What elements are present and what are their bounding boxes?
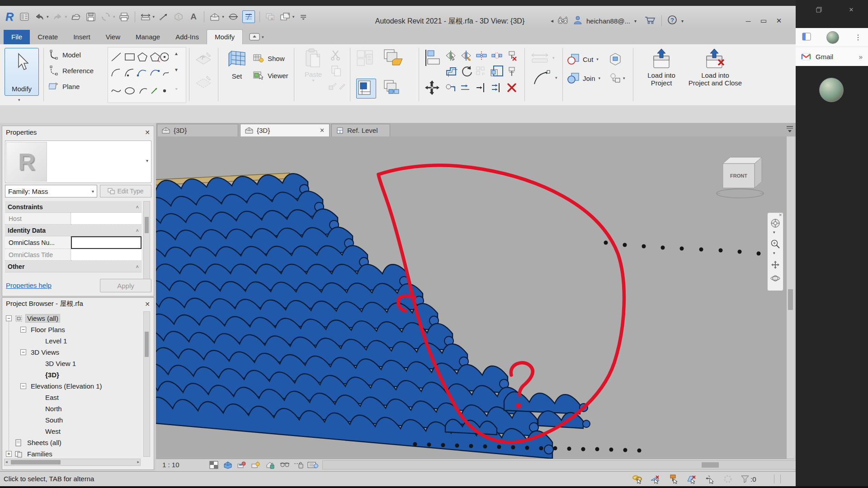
project-browser-close-icon[interactable]: ✕ <box>145 300 150 308</box>
join-unjoin-icon[interactable] <box>383 80 404 99</box>
viewcube[interactable]: FRONT <box>717 157 764 198</box>
measure-tool-button[interactable]: ▾ <box>530 52 555 64</box>
viewport-vscrollbar[interactable] <box>786 136 794 459</box>
expand-shortcuts-icon[interactable]: » <box>859 53 863 61</box>
select-links-icon[interactable] <box>632 474 643 484</box>
ribbon-display-dropdown-icon[interactable]: ▾ <box>262 35 264 39</box>
pin-icon[interactable] <box>506 66 517 80</box>
unpin-icon[interactable] <box>506 50 518 63</box>
tree-item[interactable]: South <box>2 415 138 426</box>
arc-dropdown-icon[interactable]: ▾ <box>555 75 557 80</box>
viewer-button[interactable]: Viewer <box>253 70 288 80</box>
orbit-icon[interactable] <box>770 273 780 285</box>
help-dropdown-icon[interactable]: ▾ <box>681 19 684 23</box>
project-browser-header[interactable]: Project Browser - 屋根.rfa ✕ <box>2 298 154 310</box>
print-icon[interactable] <box>118 11 130 23</box>
cut-clipboard-icon[interactable] <box>330 50 342 62</box>
sidebar-toggle-icon[interactable] <box>802 33 811 42</box>
viewport-hscrollbar[interactable] <box>322 460 868 469</box>
delete-icon[interactable] <box>506 82 518 95</box>
offset-icon[interactable] <box>445 66 458 80</box>
close-hidden-windows-icon[interactable] <box>264 11 276 23</box>
draw-scroll-up-icon[interactable]: ▲ <box>174 51 179 56</box>
properties-close-icon[interactable]: ✕ <box>145 129 150 136</box>
paste-button[interactable]: Paste ▾ <box>300 48 326 83</box>
collapse-icon[interactable]: ˄ <box>136 204 139 210</box>
detail-level-icon[interactable] <box>208 460 219 470</box>
3d-view-dropdown-icon[interactable]: ▾ <box>222 14 224 19</box>
omniclass-number-input[interactable] <box>71 236 142 249</box>
view-scale-button[interactable]: 1 : 10 <box>162 461 179 469</box>
tree-expand-icon[interactable]: − <box>20 327 26 333</box>
move-icon[interactable] <box>423 79 441 99</box>
section-constraints[interactable]: Constraints˄ <box>5 201 142 213</box>
tree-item[interactable]: East <box>2 392 138 404</box>
account-name[interactable]: heichan88@... <box>586 17 630 25</box>
tree-expand-icon[interactable]: − <box>6 315 12 321</box>
switch-windows-dropdown-icon[interactable]: ▾ <box>292 14 295 19</box>
profile-avatar-large[interactable] <box>819 78 844 102</box>
profile-avatar-small[interactable] <box>826 31 839 44</box>
tree-item[interactable]: {3D} <box>2 370 138 381</box>
tree-item[interactable]: Level 1 <box>2 336 138 347</box>
collapse-search-icon[interactable]: ◂ <box>551 18 553 24</box>
draw-scroll-down-icon[interactable]: ▼ <box>174 67 179 72</box>
search-icon[interactable] <box>557 15 569 26</box>
plane-button[interactable]: Plane <box>49 81 94 91</box>
crop-view-icon[interactable] <box>264 460 275 470</box>
tree-item[interactable]: −Floor Plans <box>2 324 138 336</box>
section-icon[interactable] <box>227 11 239 23</box>
tree-item[interactable]: −Elevations (Elevation 1) <box>2 381 138 392</box>
reference-line-button[interactable]: Reference <box>49 66 94 75</box>
type-selector[interactable]: R ▾ <box>5 141 151 183</box>
tab-insert[interactable]: Insert <box>66 30 98 44</box>
trim-extend-multiple-icon[interactable] <box>491 82 503 95</box>
close-button[interactable]: ✕ <box>771 14 787 28</box>
tree-item[interactable]: −Views (all) <box>2 313 138 324</box>
join-multiple-button[interactable]: ▾ <box>609 72 625 84</box>
tree-item[interactable]: −3D Views <box>2 347 138 358</box>
reveal-hidden-elements-icon[interactable] <box>307 460 318 470</box>
edit-type-button[interactable]: Edit Type <box>100 185 151 197</box>
sync-dropdown-icon[interactable]: ▾ <box>113 14 115 19</box>
shadows-icon[interactable] <box>250 460 261 470</box>
select-underlay-icon[interactable] <box>650 474 661 484</box>
panel-restore-icon[interactable] <box>815 5 823 14</box>
cut-dropdown-icon[interactable]: ▾ <box>596 57 599 61</box>
mirror-pick-axis-icon[interactable] <box>445 50 457 63</box>
measure-dropdown-icon[interactable]: ▾ <box>153 14 155 19</box>
thin-lines-icon[interactable] <box>242 10 255 23</box>
trim-corner-icon[interactable] <box>445 82 457 95</box>
modify-tool-button[interactable]: Modify <box>5 48 39 96</box>
save-icon[interactable] <box>85 11 97 23</box>
steering-wheel-icon[interactable] <box>770 218 780 230</box>
join-geometry-button[interactable]: Join ▾ <box>567 72 600 84</box>
panel-close-icon[interactable]: ✕ <box>847 5 855 14</box>
tag-icon[interactable]: 1 <box>173 11 184 23</box>
cut-geometry-button[interactable]: Cut ▾ <box>567 53 599 65</box>
tree-item[interactable]: West <box>2 426 138 437</box>
revit-logo[interactable]: R <box>4 11 15 23</box>
set-work-plane-button[interactable]: Set <box>222 48 251 80</box>
pick-sketch-icon[interactable] <box>193 72 213 94</box>
undo-icon[interactable] <box>33 11 45 23</box>
default-3d-view-icon[interactable] <box>209 11 221 23</box>
view-tab-3d-1[interactable]: {3D} <box>157 124 238 136</box>
pb-vscrollbar[interactable] <box>143 311 150 457</box>
apply-type-icon[interactable] <box>338 82 346 92</box>
tree-item[interactable]: +Families <box>2 449 138 458</box>
zoom-icon[interactable] <box>770 239 780 251</box>
customize-qat-icon[interactable] <box>297 11 309 23</box>
collapse-icon[interactable]: ˄ <box>136 264 139 269</box>
load-into-project-button[interactable]: Load into Project <box>637 48 686 87</box>
tree-item[interactable]: Sheets (all) <box>2 437 138 449</box>
tree-expand-icon[interactable]: − <box>20 349 26 355</box>
tab-view[interactable]: View <box>98 30 128 44</box>
trim-extend-icon[interactable] <box>460 82 472 95</box>
array-icon[interactable]: P <box>476 66 487 79</box>
paste-dropdown-icon[interactable]: ▾ <box>300 78 326 83</box>
collapse-icon[interactable]: ˄ <box>136 228 139 233</box>
section-other[interactable]: Other˄ <box>5 261 142 272</box>
show-work-plane-button[interactable]: Show <box>253 53 285 63</box>
row-omniclass-number[interactable]: OmniClass Nu... <box>5 236 142 249</box>
